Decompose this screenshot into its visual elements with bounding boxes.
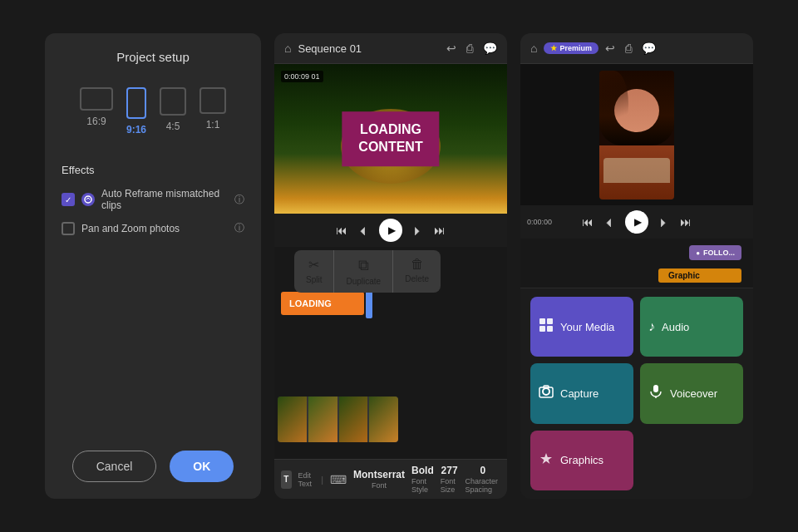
project-setup-panel: Project setup 16:9 9:16 4:5 1:1 Effects …: [45, 33, 261, 499]
skip-forward-button[interactable]: ⏭: [434, 224, 446, 237]
pan-zoom-row: Pan and Zoom photos ⓘ: [62, 221, 244, 235]
edit-text-icon[interactable]: T: [281, 470, 292, 489]
star-icon: ★: [550, 44, 557, 52]
effects-section: Effects ✓ Auto Reframe mismatched clips …: [62, 164, 244, 245]
media-skip-back[interactable]: ⏮: [582, 215, 594, 229]
ratio-label-4-5: 4:5: [166, 121, 180, 132]
follow-chip: ● FOLLO...: [689, 245, 741, 260]
ratio-1-1[interactable]: 1:1: [200, 87, 226, 135]
ok-button[interactable]: OK: [170, 451, 234, 482]
delete-button[interactable]: 🗑 Delete: [393, 250, 441, 293]
media-comment-icon[interactable]: 💬: [642, 42, 656, 55]
pan-zoom-info-icon[interactable]: ⓘ: [234, 221, 244, 235]
frame-forward-button[interactable]: ⏵: [412, 224, 424, 237]
font-value: Montserrat: [353, 469, 405, 480]
auto-reframe-row: ✓ Auto Reframe mismatched clips ⓘ: [62, 188, 244, 211]
capture-label: Capture: [560, 387, 598, 400]
film-frame-4: [369, 397, 398, 442]
follow-chip-dot: ●: [696, 249, 700, 257]
graphics-icon: [539, 451, 554, 470]
premium-label: Premium: [559, 44, 592, 52]
style-label: Font Style: [411, 477, 434, 494]
spacing-label: Character Spacing: [465, 477, 500, 494]
aspect-ratio-selector: 16:9 9:16 4:5 1:1: [62, 87, 244, 135]
media-home-icon[interactable]: ⌂: [530, 42, 537, 55]
spacing-display: 0 Character Spacing: [465, 465, 500, 494]
frame-back-button[interactable]: ⏴: [357, 224, 369, 237]
sequence-header: ⌂ Sequence 01 ↩ ⎙ 💬: [274, 33, 507, 64]
header-actions: ↩ ⎙ 💬: [446, 42, 497, 55]
media-timeline-controls: 0:00:00 ⏮ ⏴ ▶ ⏵ ⏭: [520, 205, 753, 239]
auto-reframe-checkbox[interactable]: ✓: [62, 193, 75, 206]
text-toolbar: T Edit Text | ⌨ Montserrat Font Bold Fon…: [274, 459, 507, 499]
svg-rect-1: [539, 318, 545, 324]
film-frame-2: [308, 397, 337, 442]
media-play-icon: ▶: [634, 216, 642, 228]
size-display: 277 Font Size: [441, 465, 459, 494]
clip-blue-bar: [366, 288, 372, 318]
spacing-value: 0: [480, 465, 485, 476]
graphics-button[interactable]: Graphics: [530, 431, 633, 490]
share-icon[interactable]: ⎙: [466, 42, 473, 55]
media-skip-forward[interactable]: ⏭: [680, 215, 692, 229]
setup-title: Project setup: [62, 50, 244, 64]
size-label: Font Size: [441, 477, 459, 494]
audio-button[interactable]: ♪ Audio: [640, 297, 743, 357]
home-icon[interactable]: ⌂: [284, 42, 291, 55]
svg-rect-8: [653, 385, 658, 392]
duplicate-button[interactable]: ⧉ Duplicate: [334, 250, 393, 293]
capture-button[interactable]: Capture: [530, 363, 633, 423]
font-label: Font: [372, 481, 387, 490]
comment-icon[interactable]: 💬: [483, 42, 497, 55]
undo-icon[interactable]: ↩: [446, 42, 456, 55]
ratio-16-9[interactable]: 16:9: [80, 87, 113, 135]
svg-rect-4: [547, 326, 553, 332]
ratio-9-16[interactable]: 9:16: [126, 87, 146, 135]
size-value: 277: [441, 465, 458, 476]
audio-label: Audio: [662, 321, 689, 333]
ratio-label-16-9: 16:9: [86, 116, 106, 127]
loading-clip[interactable]: LOADING: [281, 292, 364, 315]
ratio-box-9-16: [126, 87, 146, 119]
cancel-button[interactable]: Cancel: [72, 451, 157, 482]
auto-reframe-label: Auto Reframe mismatched clips: [101, 188, 228, 211]
context-menu: ✂ Split ⧉ Duplicate 🗑 Delete: [294, 250, 441, 293]
media-buttons-grid: Your Media ♪ Audio Capture: [520, 288, 753, 499]
media-frame-forward[interactable]: ⏵: [658, 215, 670, 229]
media-frame-back[interactable]: ⏴: [603, 215, 615, 229]
split-button[interactable]: ✂ Split: [294, 250, 334, 293]
svg-rect-3: [539, 326, 545, 332]
media-header: ⌂ ★ Premium ↩ ⎙ 💬: [520, 33, 753, 64]
split-label: Split: [306, 275, 322, 284]
voiceover-button[interactable]: Voiceover: [640, 363, 743, 423]
ai-badge: [81, 193, 95, 206]
media-share-icon[interactable]: ⎙: [625, 42, 632, 55]
sequence-editor-panel: ⌂ Sequence 01 ↩ ⎙ 💬 LOADINGCONTENT 0:00:…: [274, 33, 507, 499]
media-timeline-track: ● FOLLO... Graphic: [520, 239, 753, 288]
skip-back-button[interactable]: ⏮: [336, 224, 347, 237]
film-frame-3: [339, 397, 368, 442]
media-video-preview: [520, 64, 753, 205]
pan-zoom-checkbox[interactable]: [62, 222, 75, 235]
film-frame-1: [278, 397, 307, 442]
ratio-4-5[interactable]: 4:5: [160, 87, 186, 135]
loading-content-overlay: LOADINGCONTENT: [342, 111, 439, 166]
timeline-area: ✂ Split ⧉ Duplicate 🗑 Delete LOADING: [274, 247, 507, 459]
scissors-icon: ✂: [308, 257, 319, 273]
media-undo-icon[interactable]: ↩: [605, 42, 615, 55]
your-media-button[interactable]: Your Media: [530, 297, 633, 357]
your-media-label: Your Media: [560, 321, 614, 333]
premium-badge: ★ Premium: [544, 42, 598, 54]
effects-title: Effects: [62, 164, 244, 176]
sequence-title: Sequence 01: [298, 42, 440, 55]
media-header-icons: ↩ ⎙ 💬: [605, 42, 656, 55]
auto-reframe-info-icon[interactable]: ⓘ: [234, 193, 244, 207]
audio-icon: ♪: [648, 319, 655, 334]
timeline-controls: ⏮ ⏴ ▶ ⏵ ⏭: [274, 214, 507, 247]
setup-footer: Cancel OK: [62, 451, 244, 482]
duplicate-icon: ⧉: [358, 257, 369, 274]
graphics-label: Graphics: [560, 454, 603, 466]
media-play-button[interactable]: ▶: [625, 210, 648, 234]
play-button[interactable]: ▶: [379, 219, 402, 242]
ratio-label-9-16: 9:16: [126, 124, 146, 135]
